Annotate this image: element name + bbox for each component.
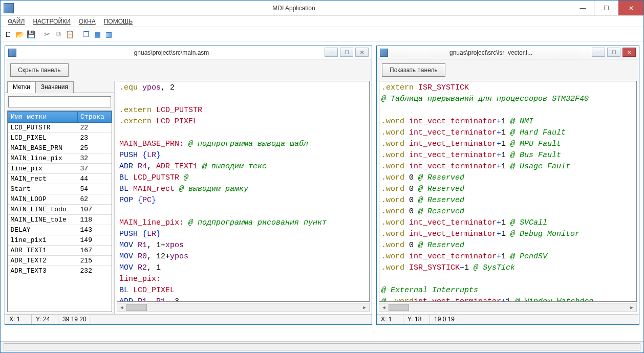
child-min-isr[interactable]: — — [592, 48, 605, 57]
scroll-thumb[interactable] — [389, 304, 409, 311]
sb-x-main: X: 1 — [5, 315, 32, 324]
statusbar-main: X: 1 Y: 24 39 19 20 — [5, 314, 372, 324]
cut-icon[interactable]: ✂ — [42, 30, 52, 39]
menu-help[interactable]: ПОМОЩЬ — [101, 17, 136, 26]
table-row[interactable]: MAIN_line_pix32 — [8, 153, 112, 164]
hscroll-main[interactable]: ◄ ► — [117, 303, 370, 312]
child-titlebar-main[interactable]: gnuas\project\src\main.asm — ☐ ✕ — [5, 46, 372, 59]
app-icon — [4, 3, 14, 13]
child-window-main: gnuas\project\src\main.asm — ☐ ✕ Скрыть … — [5, 46, 372, 325]
menu-file[interactable]: ФАЙЛ — [5, 17, 28, 26]
titlebar[interactable]: MDI Application — ☐ ✕ — [1, 1, 643, 16]
child-max-main[interactable]: ☐ — [340, 48, 353, 57]
editor-isr: .extern ISR_SYSTICK@ Таблица прерываний … — [377, 81, 639, 314]
table-row[interactable]: MAIN_LOOP62 — [8, 194, 112, 205]
app-statusbar — [1, 341, 643, 352]
table-row[interactable]: MAIN_rect44 — [8, 174, 112, 184]
code-area-isr[interactable]: .extern ISR_SYSTICK@ Таблица прерываний … — [379, 81, 637, 302]
table-row[interactable]: MAIN_LINE_todo107 — [8, 205, 112, 215]
table-row[interactable]: ADR_TEXT1167 — [8, 246, 112, 256]
tile-v-icon[interactable]: ▥ — [104, 30, 113, 39]
child-close-main[interactable]: ✕ — [355, 48, 369, 57]
child-title-isr: gnuas\project\src\isr_vector.i... — [391, 49, 591, 56]
cascade-icon[interactable]: ❐ — [81, 30, 91, 39]
maximize-button[interactable]: ☐ — [594, 1, 618, 15]
table-row[interactable]: line_pix1149 — [8, 235, 112, 246]
child-max-isr[interactable]: ☐ — [607, 48, 620, 57]
labels-table[interactable]: Имя меткиСтрока LCD_PUTSTR22LCD_PIXEL23M… — [7, 111, 112, 312]
save-icon[interactable]: 💾 — [26, 30, 35, 39]
tab-values[interactable]: Значения — [35, 81, 74, 93]
menu-windows[interactable]: ОКНА — [76, 17, 99, 26]
statusbar-isr: X: 1 Y: 18 19 0 19 — [377, 314, 639, 324]
doc-icon — [380, 49, 388, 57]
scroll-left-icon[interactable]: ◄ — [379, 303, 389, 312]
filter-input[interactable] — [8, 96, 111, 107]
app-window: MDI Application — ☐ ✕ ФАЙЛ НАСТРОЙКИ ОКН… — [0, 0, 644, 353]
child-min-main[interactable]: — — [325, 48, 338, 57]
table-row[interactable]: MAIN_BASE_PRN25 — [8, 143, 112, 153]
sidebar: Метки Значения Имя меткиСтрока LCD_PUTST… — [5, 81, 115, 314]
col-line[interactable]: Строка — [78, 112, 112, 123]
child-titlebar-isr[interactable]: gnuas\project\src\isr_vector.i... — ☐ ✕ — [377, 46, 639, 59]
paste-icon[interactable]: 📋 — [65, 30, 74, 39]
sb-y-main: Y: 24 — [32, 315, 58, 324]
doc-icon — [8, 49, 16, 57]
hide-panel-button[interactable]: Скрыть панель — [10, 63, 69, 77]
scroll-right-icon[interactable]: ► — [627, 303, 636, 312]
copy-icon[interactable]: ⧉ — [54, 30, 63, 39]
tab-labels[interactable]: Метки — [7, 81, 36, 93]
table-row[interactable]: line_pix37 — [8, 164, 112, 174]
minimize-button[interactable]: — — [571, 1, 594, 15]
col-name[interactable]: Имя метки — [8, 112, 78, 123]
child-window-isr: gnuas\project\src\isr_vector.i... — ☐ ✕ … — [376, 46, 639, 325]
editor-main: .equ ypos, 2 .extern LCD_PUTSTR.extern L… — [115, 81, 372, 314]
hscroll-isr[interactable]: ◄ ► — [379, 303, 637, 312]
sb-z-isr: 19 0 19 — [430, 315, 459, 324]
mdi-area: gnuas\project\src\main.asm — ☐ ✕ Скрыть … — [1, 41, 643, 341]
sb-y-isr: Y: 18 — [403, 315, 430, 324]
table-row[interactable]: MAIN_LINE_tole118 — [8, 215, 112, 225]
table-row[interactable]: LCD_PIXEL23 — [8, 133, 112, 143]
scroll-left-icon[interactable]: ◄ — [117, 303, 126, 312]
scroll-right-icon[interactable]: ► — [360, 303, 369, 312]
show-panel-button[interactable]: Показать панель — [382, 63, 445, 77]
table-row[interactable]: LCD_PUTSTR22 — [8, 123, 112, 133]
scroll-thumb[interactable] — [126, 304, 147, 311]
app-title: MDI Application — [17, 5, 571, 12]
menu-settings[interactable]: НАСТРОЙКИ — [30, 17, 73, 26]
sb-x-isr: X: 1 — [377, 315, 403, 324]
tile-h-icon[interactable]: ▤ — [93, 30, 102, 39]
child-close-isr[interactable]: ✕ — [622, 48, 636, 57]
table-row[interactable]: DELAY143 — [8, 225, 112, 235]
menubar: ФАЙЛ НАСТРОЙКИ ОКНА ПОМОЩЬ — [1, 16, 643, 27]
child-title-main: gnuas\project\src\main.asm — [19, 49, 324, 56]
sb-z-main: 39 19 20 — [58, 315, 91, 324]
toolbar: 🗋 📂 💾 ✂ ⧉ 📋 ❐ ▤ ▥ — [1, 27, 643, 41]
table-row[interactable]: Start54 — [8, 184, 112, 194]
table-row[interactable]: ADR_TEXT3232 — [8, 266, 112, 276]
code-area-main[interactable]: .equ ypos, 2 .extern LCD_PUTSTR.extern L… — [117, 81, 370, 302]
open-icon[interactable]: 📂 — [15, 30, 24, 39]
new-icon[interactable]: 🗋 — [4, 30, 13, 39]
table-row[interactable]: ADR_TEXT2215 — [8, 256, 112, 266]
close-button[interactable]: ✕ — [618, 1, 643, 15]
